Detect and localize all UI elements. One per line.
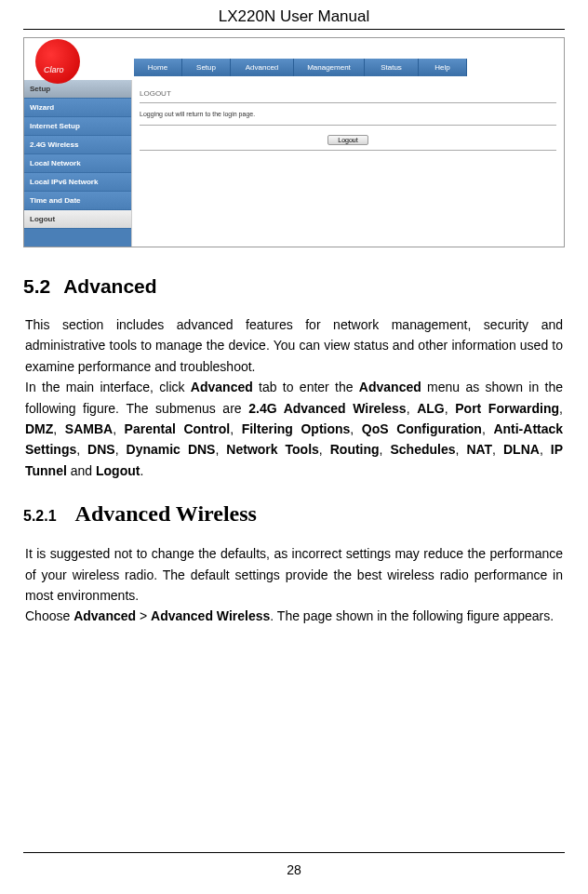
page-number-area: 28	[0, 852, 588, 877]
bold: Dynamic DNS	[127, 442, 216, 457]
text: .	[140, 463, 143, 478]
logout-button-wrap: Logout	[140, 126, 556, 151]
text: ,	[113, 421, 124, 436]
text: ,	[445, 401, 456, 416]
text: In the main interface, click	[25, 380, 191, 394]
text: ,	[407, 401, 418, 416]
text: ,	[215, 442, 226, 457]
bold: Network Tools	[226, 442, 319, 457]
bold: NAT	[466, 442, 492, 457]
section-paragraph-1: This section includes advanced features …	[23, 314, 565, 481]
bold: Logout	[96, 463, 140, 478]
router-screenshot: Claro Home Setup Advanced Management Sta…	[23, 37, 565, 247]
nav-tab-status[interactable]: Status	[365, 59, 419, 76]
subsection-paragraph: It is suggested not to change the defaul…	[23, 543, 565, 627]
text: ,	[456, 442, 467, 457]
logout-button[interactable]: Logout	[327, 135, 368, 145]
sidebar-item-logout[interactable]: Logout	[24, 210, 131, 229]
bold: 2.4G Advanced Wireless	[248, 401, 406, 416]
bold: Schedules	[390, 442, 455, 457]
bold: QoS Configuration	[362, 421, 482, 436]
router-body: Setup Wizard Internet Setup 2.4G Wireles…	[24, 80, 564, 247]
content-text: Logging out will return to the login pag…	[140, 103, 556, 126]
section-number: 5.2	[23, 275, 50, 297]
header-rule	[23, 29, 565, 30]
nav-tab-home[interactable]: Home	[134, 59, 182, 76]
bold: DNS	[87, 442, 115, 457]
nav-tab-advanced[interactable]: Advanced	[231, 59, 294, 76]
content-area: LOGOUT Logging out will return to the lo…	[131, 80, 564, 247]
text: ,	[380, 442, 391, 457]
text: Choose	[25, 608, 74, 623]
section-heading: 5.2Advanced	[23, 275, 565, 298]
bold: SAMBA	[65, 421, 113, 436]
bold: Advanced	[74, 608, 136, 623]
sidebar-item-time[interactable]: Time and Date	[24, 192, 131, 210]
subsection-number: 5.2.1	[23, 508, 57, 525]
text: This section includes advanced features …	[25, 317, 563, 374]
text: ,	[76, 442, 87, 457]
bold: Port Forwarding	[455, 401, 559, 416]
nav-tab-help[interactable]: Help	[419, 59, 467, 76]
footer-rule	[23, 852, 565, 853]
text: and	[67, 463, 96, 478]
bold: Filtering Options	[242, 421, 351, 436]
text: ,	[559, 401, 563, 416]
text: ,	[53, 421, 64, 436]
content-subtitle: LOGOUT	[140, 87, 556, 103]
subsection-title: Advanced Wireless	[75, 501, 257, 527]
text: ,	[482, 421, 493, 436]
bold: Parental Control	[125, 421, 231, 436]
bold: DMZ	[25, 421, 53, 436]
sidebar-item-ipv6[interactable]: Local IPv6 Network	[24, 173, 131, 192]
subsection-heading: 5.2.1 Advanced Wireless	[23, 501, 565, 527]
sidebar-item-internet[interactable]: Internet Setup	[24, 117, 131, 136]
page-header-title: LX220N User Manual	[23, 0, 565, 29]
sidebar-item-setup[interactable]: Setup	[24, 80, 131, 99]
nav-tab-setup[interactable]: Setup	[182, 59, 231, 76]
bold: Advanced	[359, 380, 421, 394]
bold: Advanced	[191, 380, 253, 394]
logo-text: Claro	[44, 65, 64, 74]
text: ,	[230, 421, 241, 436]
bold: Routing	[330, 442, 380, 457]
text: ,	[115, 442, 127, 457]
text: ,	[350, 421, 361, 436]
sidebar-item-wizard[interactable]: Wizard	[24, 99, 131, 117]
sidebar: Setup Wizard Internet Setup 2.4G Wireles…	[24, 80, 131, 247]
text: ,	[540, 442, 551, 457]
page-number: 28	[287, 862, 301, 877]
text: >	[136, 608, 151, 623]
text: tab to enter the	[253, 380, 359, 394]
router-header: Claro Home Setup Advanced Management Sta…	[24, 38, 564, 80]
bold: ALG	[417, 401, 445, 416]
sidebar-item-wireless[interactable]: 2.4G Wireless	[24, 136, 131, 154]
bold: Advanced Wireless	[151, 608, 270, 623]
nav-tabs: Home Setup Advanced Management Status He…	[134, 59, 467, 76]
bold: DLNA	[503, 442, 540, 457]
nav-tab-management[interactable]: Management	[294, 59, 365, 76]
text: It is suggested not to change the defaul…	[25, 546, 563, 603]
sidebar-item-localnet[interactable]: Local Network	[24, 154, 131, 173]
text: ,	[492, 442, 503, 457]
section-title: Advanced	[63, 275, 156, 297]
text: . The page shown in the following figure…	[270, 608, 554, 623]
claro-logo: Claro	[35, 39, 80, 84]
text: ,	[319, 442, 330, 457]
